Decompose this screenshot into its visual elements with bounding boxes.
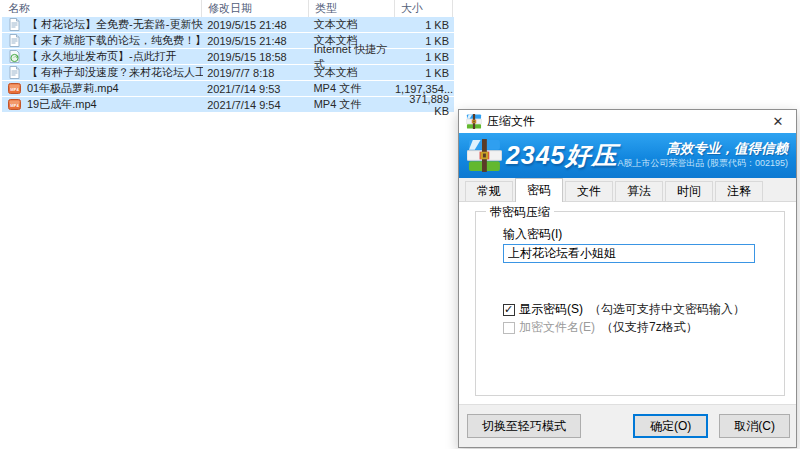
checkbox-checked-icon[interactable] [503,304,515,316]
brand-subslogan: A股上市公司荣誉出品 (股票代码：002195) [617,158,788,169]
desktop: 名称 修改日期 类型 大小 【 村花论坛】全免费-无套路-更新快.txt2019… [0,0,800,449]
file-modified-date: 2019/5/15 18:58 [203,51,310,63]
file-row[interactable]: MP419已成年.mp42021/7/14 9:54MP4 文件371,889 … [2,97,454,112]
encrypt-names-label: 加密文件名(E) [519,319,595,336]
file-size: 371,889 KB [395,93,454,117]
file-modified-date: 2019/5/15 21:48 [203,19,310,31]
tab-时间[interactable]: 时间 [665,181,713,201]
password-groupbox: 带密码压缩 输入密码(I) 显示密码(S) （勾选可支持中文密码输入） 加密文件… [475,211,785,396]
checkbox-unchecked-icon[interactable] [503,322,515,334]
close-icon[interactable]: ✕ [766,112,790,132]
switch-mode-button[interactable]: 切换至轻巧模式 [467,414,581,438]
dialog-footer: 切换至轻巧模式 确定(O) 取消(C) [459,404,796,447]
file-size: 1 KB [395,35,454,47]
tab-注释[interactable]: 注释 [715,181,763,201]
column-header-date[interactable]: 修改日期 [202,0,309,17]
file-list: 名称 修改日期 类型 大小 【 村花论坛】全免费-无套路-更新快.txt2019… [0,0,455,113]
tab-密码[interactable]: 密码 [515,178,563,202]
internet-shortcut-icon [8,50,21,63]
svg-text:MP4: MP4 [10,87,19,92]
file-size: 1 KB [395,67,454,79]
file-size: 1 KB [395,51,454,63]
file-list-header: 名称 修改日期 类型 大小 [0,0,455,17]
show-password-option[interactable]: 显示密码(S) （勾选可支持中文密码输入） [503,301,745,318]
file-modified-date: 2021/7/14 9:53 [203,83,309,95]
mp4-file-icon: MP4 [8,98,21,111]
show-password-hint: （勾选可支持中文密码输入） [589,301,745,318]
file-type: MP4 文件 [310,97,396,112]
brand-banner: 2345好压 高效专业，值得信赖 A股上市公司荣誉出品 (股票代码：002195… [459,133,796,178]
haozip-logo-icon [466,114,482,129]
text-file-icon [8,34,21,47]
dialog-title: 压缩文件 [487,113,535,130]
text-file-icon [8,18,21,31]
password-label: 输入密码(I) [503,226,562,243]
brand-slogans: 高效专业，值得信赖 A股上市公司荣誉出品 (股票代码：002195) [617,141,788,169]
file-size: 1 KB [395,19,454,31]
svg-text:MP4: MP4 [10,103,19,108]
groupbox-title: 带密码压缩 [486,204,554,221]
file-row[interactable]: 【 有种子却没速度？来村花论坛人工加...2019/7/7 8:18文本文档1 … [2,65,454,80]
file-modified-date: 2021/7/14 9:54 [203,99,310,111]
show-password-label: 显示密码(S) [519,301,583,318]
file-name: 【 有种子却没速度？来村花论坛人工加... [27,65,203,80]
encrypt-names-option[interactable]: 加密文件名(E) （仅支持7z格式） [503,319,698,336]
file-rows: 【 村花论坛】全免费-无套路-更新快.txt2019/5/15 21:48文本文… [0,17,455,112]
file-name: 19已成年.mp4 [27,97,203,112]
column-header-size[interactable]: 大小 [395,0,453,17]
dialog-tabstrip: 常规密码文件算法时间注释 [459,178,796,202]
compress-dialog: 压缩文件 ✕ 2345好压 高效专业，值得信赖 A股上市公司荣誉出品 (股票代码… [458,109,797,448]
file-row[interactable]: MP401年极品萝莉.mp42021/7/14 9:53MP4 文件1,197,… [2,81,454,96]
tab-常规[interactable]: 常规 [465,181,513,201]
cancel-button[interactable]: 取消(C) [719,414,790,438]
file-row[interactable]: 【 村花论坛】全免费-无套路-更新快.txt2019/5/15 21:48文本文… [2,17,454,32]
column-header-name[interactable]: 名称 [0,0,202,17]
file-name: 【 村花论坛】全免费-无套路-更新快.txt [27,17,203,32]
haozip-logo-icon [467,138,502,173]
brand-name: 2345好压 [506,139,618,172]
file-name: 【 永久地址发布页】-点此打开 [27,49,203,64]
file-name: 01年极品萝莉.mp4 [27,81,203,96]
file-type: 文本文档 [310,65,396,80]
file-row[interactable]: 【 永久地址发布页】-点此打开2019/5/15 18:58Internet 快… [2,49,454,64]
ok-button[interactable]: 确定(O) [633,414,708,438]
file-modified-date: 2019/5/15 21:48 [203,35,310,47]
dialog-titlebar[interactable]: 压缩文件 ✕ [459,110,796,133]
mp4-file-icon: MP4 [8,82,21,95]
password-input[interactable] [503,244,755,263]
column-header-type[interactable]: 类型 [309,0,395,17]
brand-slogan: 高效专业，值得信赖 [617,141,788,158]
file-modified-date: 2019/7/7 8:18 [203,67,310,79]
password-tabpage: 带密码压缩 输入密码(I) 显示密码(S) （勾选可支持中文密码输入） 加密文件… [459,202,796,404]
file-type: 文本文档 [310,17,396,32]
file-type: MP4 文件 [309,81,395,96]
tab-算法[interactable]: 算法 [615,181,663,201]
tab-文件[interactable]: 文件 [565,181,613,201]
file-name: 【 来了就能下载的论坛，纯免费！】.txt [27,33,203,48]
text-file-icon [8,66,21,79]
encrypt-names-hint: （仅支持7z格式） [601,319,698,336]
